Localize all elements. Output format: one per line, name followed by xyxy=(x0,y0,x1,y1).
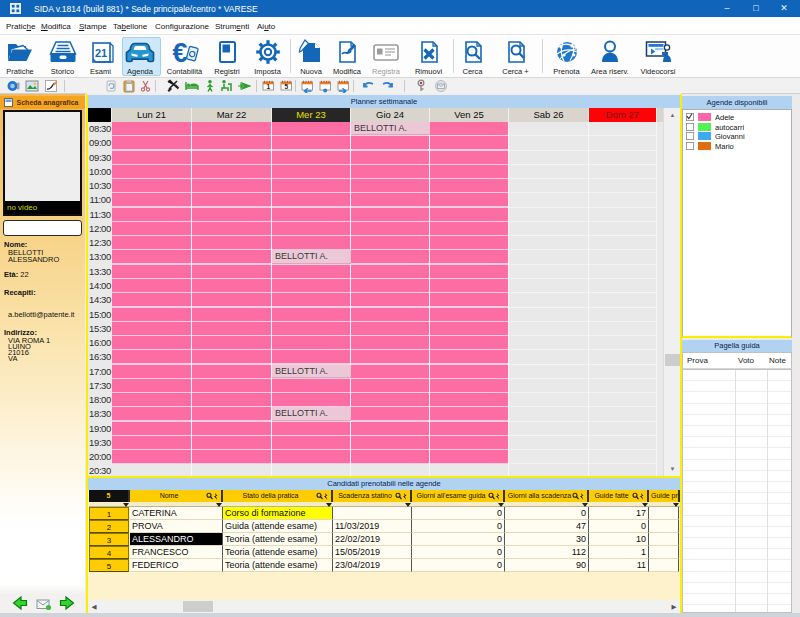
svg-text:5: 5 xyxy=(284,83,288,90)
svg-text:€: € xyxy=(172,38,187,66)
svg-text:21: 21 xyxy=(94,47,106,59)
svg-text:1: 1 xyxy=(266,83,270,90)
